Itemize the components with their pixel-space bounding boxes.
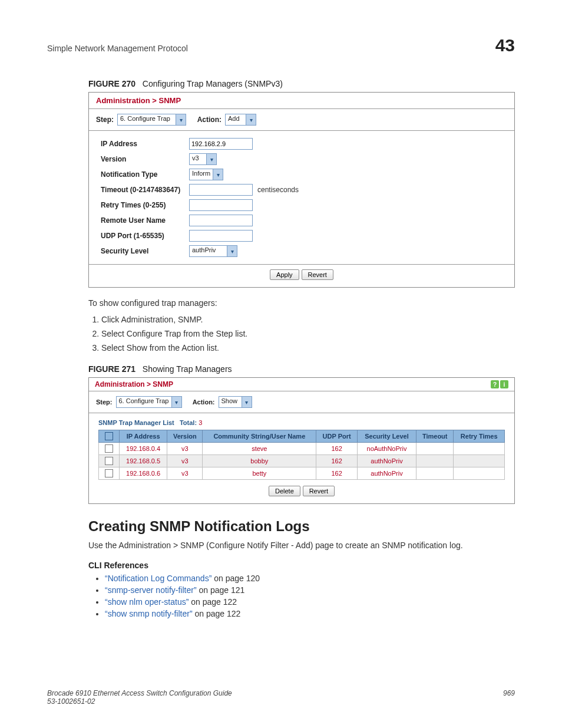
figure-270-panel: Administration > SNMP Step: 6. Configure… [88, 92, 515, 288]
cli-references-heading: CLI References [88, 561, 515, 570]
notification-type-dropdown[interactable]: Inform ▾ [189, 169, 223, 180]
remote-user-name-label: Remote User Name [101, 216, 189, 225]
section-intro: Use the Administration > SNMP (Configure… [88, 541, 515, 550]
chevron-down-icon: ▾ [206, 154, 216, 164]
timeout-label: Timeout (0-2147483647) [101, 186, 189, 194]
action-dropdown[interactable]: Show ▾ [219, 396, 252, 408]
revert-button[interactable]: Revert [302, 269, 333, 280]
figure-270-title: Configuring Trap Managers (SNMPv3) [143, 79, 283, 88]
cli-link[interactable]: “Notification Log Commands” [105, 574, 211, 583]
cli-reference-item: “show nlm oper-status” on page 122 [105, 597, 515, 607]
figure-270-caption: FIGURE 270 Configuring Trap Managers (SN… [88, 79, 515, 88]
panel-breadcrumb: Administration > SNMP ? i [89, 378, 514, 391]
table-row: 192.168.0.6 v3 betty 162 authNoPriv [99, 467, 505, 480]
col-community-user: Community String/User Name [203, 430, 316, 443]
ip-address-input[interactable] [189, 138, 253, 150]
chevron-down-icon: ▾ [242, 397, 252, 407]
select-all-checkbox[interactable] [105, 432, 113, 440]
figure-270-label: FIGURE 270 [88, 79, 135, 88]
cli-references-list: “Notification Log Commands” on page 120 … [105, 574, 515, 618]
cli-reference-item: “show snmp notify-filter” on page 122 [105, 609, 515, 618]
delete-button[interactable]: Delete [269, 486, 300, 496]
table-row: 192.168.0.5 v3 bobby 162 authNoPriv [99, 455, 505, 467]
cli-link[interactable]: “show nlm oper-status” [105, 597, 189, 607]
row-checkbox[interactable] [105, 469, 113, 477]
page-footer: Brocade 6910 Ethernet Access Switch Conf… [47, 689, 515, 706]
timeout-unit: centiseconds [257, 186, 299, 194]
col-retry-times: Retry Times [454, 430, 505, 443]
section-heading: Creating SNMP Notification Logs [88, 518, 515, 535]
action-label: Action: [193, 398, 215, 406]
footer-page-number: 969 [503, 689, 515, 706]
panel-breadcrumb: Administration > SNMP [89, 93, 514, 109]
form-area: IP Address Version v3 ▾ Notification Typ… [89, 131, 514, 264]
col-timeout: Timeout [416, 430, 453, 443]
button-row: Apply Revert [89, 264, 514, 287]
chevron-down-icon: ▾ [213, 169, 223, 180]
version-label: Version [101, 155, 189, 163]
panel-toolbar: Step: 6. Configure Trap ▾ Action: Show ▾ [89, 391, 514, 413]
udp-port-input[interactable] [189, 230, 253, 242]
step-item: Select Configure Trap from the Step list… [101, 329, 515, 338]
info-icon[interactable]: i [500, 380, 508, 388]
step-label: Step: [96, 398, 113, 406]
button-row: Delete Revert [89, 486, 514, 503]
retry-times-label: Retry Times (0-255) [101, 201, 189, 209]
col-security-level: Security Level [357, 430, 416, 443]
action-dropdown[interactable]: Add ▾ [225, 114, 256, 126]
list-title: SNMP Trap Manager List Total: 3 [89, 413, 514, 430]
help-icon[interactable]: ? [491, 380, 499, 388]
figure-271-caption: FIGURE 271 Showing Trap Managers [88, 364, 515, 374]
chevron-down-icon: ▾ [171, 397, 181, 407]
retry-times-input[interactable] [189, 199, 253, 211]
header-section-title: Simple Network Management Protocol [47, 44, 188, 53]
row-checkbox[interactable] [105, 457, 113, 465]
step-item: Select Show from the Action list. [101, 343, 515, 353]
footer-left: Brocade 6910 Ethernet Access Switch Conf… [47, 689, 232, 706]
cli-reference-item: “snmp-server notify-filter” on page 121 [105, 585, 515, 595]
table-row: 192.168.0.4 v3 steve 162 noAuthNoPriv [99, 443, 505, 455]
revert-button[interactable]: Revert [303, 486, 335, 496]
chevron-down-icon: ▾ [246, 114, 256, 125]
trap-manager-table: IP Address Version Community String/User… [98, 430, 505, 480]
security-level-dropdown[interactable]: authPriv ▾ [189, 245, 237, 257]
header-chapter-number: 43 [495, 35, 515, 55]
step-dropdown[interactable]: 6. Configure Trap ▾ [116, 396, 182, 408]
step-dropdown[interactable]: 6. Configure Trap ▾ [117, 114, 186, 126]
row-checkbox[interactable] [105, 444, 113, 453]
chevron-down-icon: ▾ [176, 114, 186, 125]
apply-button[interactable]: Apply [270, 269, 299, 280]
cli-reference-item: “Notification Log Commands” on page 120 [105, 574, 515, 583]
col-version: Version [167, 430, 203, 443]
notification-type-label: Notification Type [101, 170, 189, 179]
help-icons: ? i [491, 380, 508, 388]
col-udp-port: UDP Port [316, 430, 358, 443]
timeout-input[interactable] [189, 184, 253, 196]
steps-list: Click Administration, SNMP. Select Confi… [101, 315, 515, 353]
figure-271-panel: Administration > SNMP ? i Step: 6. Confi… [88, 377, 515, 504]
cli-link[interactable]: “snmp-server notify-filter” [105, 585, 197, 595]
col-ip-address: IP Address [120, 430, 167, 443]
step-label: Step: [96, 116, 114, 124]
remote-user-name-input[interactable] [189, 215, 253, 226]
panel-toolbar: Step: 6. Configure Trap ▾ Action: Add ▾ [89, 109, 514, 131]
security-level-label: Security Level [101, 247, 189, 255]
figure-271-title: Showing Trap Managers [143, 364, 232, 374]
version-dropdown[interactable]: v3 ▾ [189, 153, 217, 165]
ip-address-label: IP Address [101, 140, 189, 148]
cli-link[interactable]: “show snmp notify-filter” [105, 609, 193, 618]
figure-271-label: FIGURE 271 [88, 364, 135, 374]
udp-port-label: UDP Port (1-65535) [101, 232, 189, 240]
action-label: Action: [197, 116, 222, 124]
chevron-down-icon: ▾ [227, 246, 237, 256]
page-header: Simple Network Management Protocol 43 [47, 35, 515, 55]
intro-text: To show configured trap managers: [88, 298, 515, 308]
step-item: Click Administration, SNMP. [101, 315, 515, 324]
